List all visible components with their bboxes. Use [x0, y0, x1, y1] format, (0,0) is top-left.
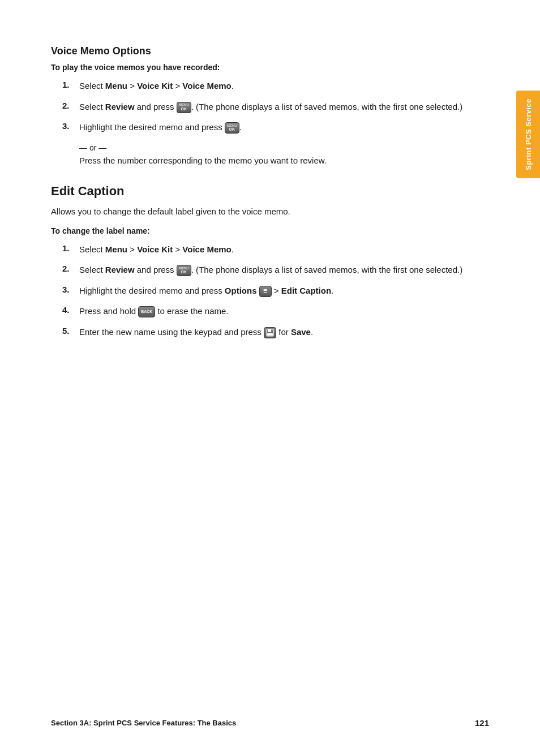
menu-ok-icon-3: MENU OK [177, 265, 191, 276]
section2-step-4: 4. Press and hold BACK to erase the name… [51, 305, 489, 318]
or-continuation-text: Press the number corresponding to the me… [79, 154, 489, 167]
menu-ok-icon-1: MENU OK [177, 102, 191, 113]
footer-section-label: Section 3A: Sprint PCS Service Features:… [51, 719, 475, 727]
footer-page-number: 121 [475, 718, 489, 728]
step-content-2: Select Review and press MENU OK . (The p… [79, 101, 462, 114]
s2-step-content-2: Select Review and press MENU OK . (The p… [79, 264, 462, 277]
step-number-2: 2. [62, 101, 79, 110]
section2-steps-list: 1. Select Menu > Voice Kit > Voice Memo.… [51, 243, 489, 339]
s2-editcaption-label: Edit Caption [281, 286, 331, 295]
menu-ok-icon-2: MENU OK [225, 122, 239, 134]
svg-rect-1 [268, 329, 271, 332]
or-separator: — or — [79, 143, 489, 152]
s2-step-number-4: 4. [62, 305, 79, 315]
section1-step-1: 1. Select Menu > Voice Kit > Voice Memo. [51, 80, 489, 93]
save-icon-svg [265, 328, 275, 337]
s2-save-label: Save [291, 327, 311, 337]
svg-rect-2 [267, 333, 273, 336]
side-tab: Sprint PCS Service [516, 91, 540, 178]
section2-step-3: 3. Highlight the desired memo and press … [51, 285, 489, 298]
page-container: Sprint PCS Service Voice Memo Options To… [0, 0, 540, 756]
step-number-3: 3. [62, 121, 79, 131]
section2-heading: Edit Caption [51, 184, 489, 199]
step-content: Select Menu > Voice Kit > Voice Memo. [79, 80, 234, 93]
section2-step-5: 5. Enter the new name using the keypad a… [51, 326, 489, 339]
step1-menu: Menu [105, 81, 127, 91]
section2-body: Allows you to change the default label g… [51, 205, 489, 218]
step2-review: Review [105, 102, 135, 111]
section1-steps-list: 1. Select Menu > Voice Kit > Voice Memo.… [51, 80, 489, 134]
s2-step1-menu: Menu [105, 244, 127, 254]
s2-step-content-1: Select Menu > Voice Kit > Voice Memo. [79, 243, 234, 256]
section2-step-1: 1. Select Menu > Voice Kit > Voice Memo. [51, 243, 489, 256]
section1-step-3: 3. Highlight the desired memo and press … [51, 121, 489, 134]
page-footer: Section 3A: Sprint PCS Service Features:… [0, 718, 540, 728]
s2-options-label: Options [225, 286, 257, 295]
s2-step-content-5: Enter the new name using the keypad and … [79, 326, 313, 339]
step1-voicememo: Voice Memo [182, 81, 231, 91]
side-tab-label: Sprint PCS Service [524, 98, 533, 170]
back-icon: BACK [138, 306, 155, 317]
s2-step-content-3: Highlight the desired memo and press Opt… [79, 285, 333, 298]
save-icon [264, 327, 276, 338]
section1-heading: Voice Memo Options [51, 45, 489, 57]
s2-step1-voicekit: Voice Kit [137, 244, 173, 254]
step1-voicekit: Voice Kit [137, 81, 173, 91]
section2-intro: To change the label name: [51, 226, 489, 235]
step-number: 1. [62, 80, 79, 89]
section1-intro: To play the voice memos you have recorde… [51, 63, 489, 72]
s2-step-number-1: 1. [62, 243, 79, 253]
options-icon: ☰ [259, 286, 272, 297]
step-content-3: Highlight the desired memo and press MEN… [79, 121, 242, 134]
s2-step1-voicememo: Voice Memo [182, 244, 231, 254]
s2-step-number-3: 3. [62, 285, 79, 294]
s2-step-number-2: 2. [62, 264, 79, 273]
s2-step-content-4: Press and hold BACK to erase the name. [79, 305, 228, 318]
s2-step-number-5: 5. [62, 326, 79, 336]
section2-step-2: 2. Select Review and press MENU OK . (Th… [51, 264, 489, 277]
s2-step2-review: Review [105, 265, 135, 274]
section1-step-2: 2. Select Review and press MENU OK . (Th… [51, 101, 489, 114]
